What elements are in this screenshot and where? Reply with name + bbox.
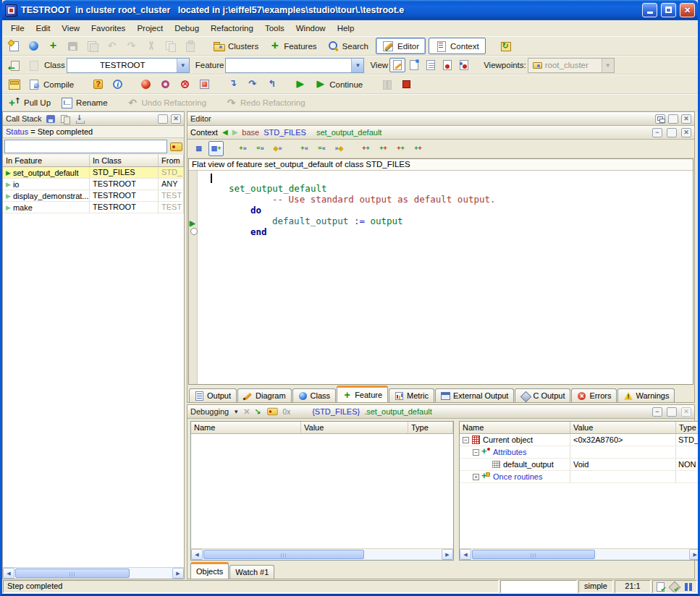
tab-watch-1[interactable]: Watch #1 xyxy=(229,565,274,579)
menu-project[interactable]: Project xyxy=(131,22,169,35)
debugging-maximize-icon[interactable] xyxy=(667,407,677,417)
editor-restore-icon[interactable] xyxy=(655,114,665,124)
tab-metric[interactable]: Metric xyxy=(389,388,434,402)
copy-call-stack-icon[interactable] xyxy=(59,114,71,124)
column-header[interactable]: Name xyxy=(460,422,570,433)
expand-icon[interactable]: + xyxy=(473,474,479,480)
exception-bubble-icon[interactable] xyxy=(169,141,182,153)
menu-favorites[interactable]: Favorites xyxy=(85,22,131,35)
editor-toggle-button[interactable]: Editor xyxy=(376,38,426,54)
assigners-icon[interactable]: =» xyxy=(253,141,268,156)
basic-text-view-icon[interactable]: ▤ xyxy=(191,141,206,156)
open-class-button[interactable] xyxy=(25,38,43,54)
column-header[interactable]: Value xyxy=(301,422,408,433)
pull-up-button[interactable]: Pull Up xyxy=(5,95,56,111)
chevron-down-icon[interactable]: ▼ xyxy=(233,409,239,415)
step-out-button[interactable] xyxy=(263,76,281,93)
tab-objects[interactable]: Objects xyxy=(190,562,229,579)
menu-file[interactable]: File xyxy=(5,22,30,35)
menu-edit[interactable]: Edit xyxy=(30,22,56,35)
suppliers-icon[interactable]: ++ xyxy=(410,141,426,156)
current-line-arrow[interactable] xyxy=(190,216,198,225)
column-header[interactable]: Value xyxy=(570,422,676,433)
column-header[interactable]: Name xyxy=(191,422,301,433)
collapse-icon[interactable]: − xyxy=(473,449,479,456)
breadcrumb-cluster[interactable]: base xyxy=(242,128,259,137)
context-toggle-button[interactable]: Context xyxy=(429,38,486,54)
call-stack-close-icon[interactable]: ✕ xyxy=(171,114,181,124)
editor-maximize-icon[interactable] xyxy=(668,114,678,124)
scroll-right-icon[interactable]: ▶ xyxy=(172,568,184,579)
features-button[interactable]: Features xyxy=(265,38,321,54)
descendants-icon[interactable]: ++ xyxy=(376,141,391,156)
scroll-thumb[interactable] xyxy=(203,550,364,559)
save-call-stack-icon[interactable] xyxy=(45,114,56,124)
object-tree-row[interactable]: −Attributes xyxy=(460,446,700,459)
watch-table-rows[interactable] xyxy=(191,434,453,548)
tab-errors[interactable]: Errors xyxy=(571,388,617,402)
feature-combobox[interactable]: ▼ xyxy=(225,58,364,73)
tab-class[interactable]: Class xyxy=(292,388,337,402)
stop-button[interactable] xyxy=(397,76,416,93)
scroll-thumb[interactable] xyxy=(472,550,595,559)
new-feature-button[interactable] xyxy=(44,38,62,54)
call-stack-row[interactable]: ▶set_output_defaultSTD_FILESSTD_ xyxy=(3,167,184,179)
objects-table-hscrollbar[interactable]: ◀ ▶ xyxy=(460,548,700,560)
column-header[interactable]: In Feature xyxy=(3,155,90,166)
melt-button[interactable] xyxy=(156,76,174,93)
object-tree-row[interactable]: −Current object<0x32A8760>STD_ xyxy=(460,434,700,446)
search-button[interactable]: Search xyxy=(324,38,374,54)
debugging-minimize-icon[interactable]: − xyxy=(652,407,662,417)
close-button[interactable]: ✕ xyxy=(680,3,695,17)
flat-view-icon[interactable] xyxy=(423,58,439,72)
precompile-button[interactable] xyxy=(195,76,214,93)
class-combobox[interactable]: TESTROOT ▼ xyxy=(67,58,190,73)
compile-button[interactable]: Compile xyxy=(25,76,79,93)
history-back-button[interactable] xyxy=(5,57,23,74)
menu-window[interactable]: Window xyxy=(290,22,332,35)
editor-gutter[interactable] xyxy=(189,171,198,384)
compile-query-button[interactable] xyxy=(89,76,107,93)
menu-debug[interactable]: Debug xyxy=(169,22,205,35)
scroll-right-icon[interactable]: ▶ xyxy=(689,549,700,560)
editor-titlebar[interactable]: Editor ✕ xyxy=(187,112,694,126)
call-stack-row[interactable]: ▶makeTESTROOTTEST xyxy=(3,202,184,213)
context-back-icon[interactable]: ◀ xyxy=(222,127,228,137)
context-maximize-icon[interactable] xyxy=(667,128,677,137)
external-commands-button[interactable] xyxy=(497,38,515,54)
interface-view-icon[interactable] xyxy=(456,58,472,72)
tab-external-output[interactable]: External Output xyxy=(435,388,514,402)
scroll-left-icon[interactable]: ◀ xyxy=(460,549,471,560)
clusters-button[interactable]: Clusters xyxy=(209,38,263,54)
titlebar[interactable]: TESTROOT in cluster root_cluster located… xyxy=(2,0,698,20)
object-tree-row[interactable]: +Once routines xyxy=(460,471,700,483)
clients-icon[interactable]: ++ xyxy=(393,141,408,156)
call-stack-row[interactable]: ▶display_demonstrat...TESTROOTTEST xyxy=(3,190,184,202)
tab-diagram[interactable]: Diagram xyxy=(237,388,292,402)
callers-icon[interactable]: +» xyxy=(235,141,250,156)
scroll-right-icon[interactable]: ▶ xyxy=(442,549,453,560)
menu-help[interactable]: Help xyxy=(332,22,360,35)
info-button[interactable] xyxy=(109,76,127,93)
maximize-button[interactable] xyxy=(661,3,676,17)
tab-output[interactable]: Output xyxy=(189,388,237,402)
context-forward-icon[interactable]: ▶ xyxy=(232,127,238,137)
breadcrumb-feature[interactable]: set_output_default xyxy=(316,128,382,137)
assignees-icon[interactable]: =« xyxy=(314,141,329,156)
context-minimize-icon[interactable]: − xyxy=(652,128,662,137)
new-editor-view-icon[interactable] xyxy=(406,58,422,72)
tab-feature[interactable]: Feature xyxy=(337,386,388,402)
callees-icon[interactable]: +« xyxy=(297,141,312,156)
column-header[interactable]: Type xyxy=(408,422,453,433)
import-call-stack-icon[interactable] xyxy=(74,114,85,124)
ancestors-icon[interactable]: ++ xyxy=(358,141,374,156)
column-header[interactable]: Type xyxy=(676,422,700,433)
call-stack-maximize-icon[interactable] xyxy=(158,114,168,124)
scroll-thumb[interactable] xyxy=(15,569,130,578)
editor-close-icon[interactable]: ✕ xyxy=(681,114,691,124)
call-stack-filter-input[interactable] xyxy=(4,140,167,153)
minimize-button[interactable] xyxy=(642,3,657,17)
hex-format-toggle[interactable]: 0x xyxy=(283,408,291,416)
run-button[interactable] xyxy=(291,76,309,93)
call-stack-row[interactable]: ▶ioTESTROOTANY xyxy=(3,179,184,190)
